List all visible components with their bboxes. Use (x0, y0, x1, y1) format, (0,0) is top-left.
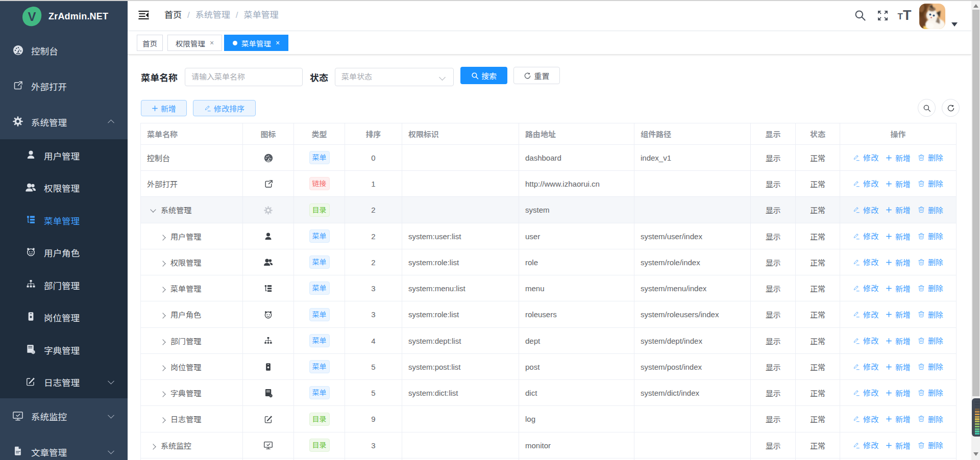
svg-text:V: V (28, 10, 36, 23)
